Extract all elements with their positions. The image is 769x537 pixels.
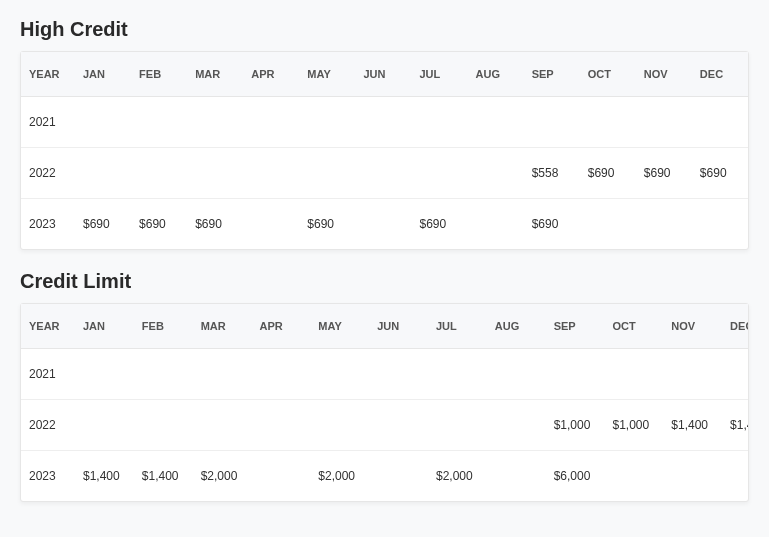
col-oct: OCT — [580, 52, 636, 97]
year-cell: 2023 — [21, 451, 75, 502]
col-jun: JUN — [369, 304, 428, 349]
cell — [369, 400, 428, 451]
cell — [636, 97, 692, 148]
cell — [411, 97, 467, 148]
cell — [243, 97, 299, 148]
cell — [580, 97, 636, 148]
col-nov: NOV — [663, 304, 722, 349]
cell: $2,000 — [193, 451, 252, 502]
cell: $6,000 — [546, 451, 605, 502]
cell — [546, 349, 605, 400]
col-may: MAY — [299, 52, 355, 97]
high-credit-table: YEAR JAN FEB MAR APR MAY JUN JUL AUG SEP… — [20, 51, 749, 250]
cell — [524, 97, 580, 148]
year-cell: 2022 — [21, 400, 75, 451]
col-sep: SEP — [546, 304, 605, 349]
cell — [134, 400, 193, 451]
cell — [251, 349, 310, 400]
col-apr: APR — [243, 52, 299, 97]
table-row: 2023 $690 $690 $690 $690 $690 $690 — [21, 199, 748, 250]
col-may: MAY — [310, 304, 369, 349]
cell — [187, 148, 243, 199]
cell — [355, 199, 411, 250]
col-year: YEAR — [21, 304, 75, 349]
cell — [636, 199, 692, 250]
col-apr: APR — [251, 304, 310, 349]
cell — [692, 199, 748, 250]
cell — [243, 148, 299, 199]
col-mar: MAR — [187, 52, 243, 97]
col-aug: AUG — [487, 304, 546, 349]
cell: $690 — [299, 199, 355, 250]
cell — [193, 400, 252, 451]
col-feb: FEB — [134, 304, 193, 349]
cell: $1,400 — [722, 400, 748, 451]
cell: $558 — [524, 148, 580, 199]
cell: $2,000 — [428, 451, 487, 502]
cell — [663, 349, 722, 400]
col-jan: JAN — [75, 304, 134, 349]
col-sep: SEP — [524, 52, 580, 97]
cell — [428, 349, 487, 400]
section-title-high-credit: High Credit — [20, 18, 749, 41]
cell: $690 — [580, 148, 636, 199]
year-cell: 2023 — [21, 199, 75, 250]
cell: $2,000 — [310, 451, 369, 502]
cell — [369, 349, 428, 400]
cell — [310, 349, 369, 400]
cell: $690 — [524, 199, 580, 250]
cell — [75, 148, 131, 199]
cell — [411, 148, 467, 199]
cell — [187, 97, 243, 148]
cell — [355, 148, 411, 199]
cell: $1,400 — [134, 451, 193, 502]
col-aug: AUG — [468, 52, 524, 97]
col-feb: FEB — [131, 52, 187, 97]
cell — [369, 451, 428, 502]
header-row: YEAR JAN FEB MAR APR MAY JUN JUL AUG SEP… — [21, 304, 748, 349]
cell — [722, 451, 748, 502]
cell: $1,400 — [75, 451, 134, 502]
cell — [692, 97, 748, 148]
cell — [299, 148, 355, 199]
cell — [310, 400, 369, 451]
cell — [468, 148, 524, 199]
cell — [75, 349, 134, 400]
table-row: 2022 $558 $690 $690 $690 — [21, 148, 748, 199]
cell — [243, 199, 299, 250]
cell — [75, 400, 134, 451]
cell — [131, 97, 187, 148]
header-row: YEAR JAN FEB MAR APR MAY JUN JUL AUG SEP… — [21, 52, 748, 97]
cell — [468, 97, 524, 148]
col-jan: JAN — [75, 52, 131, 97]
cell — [75, 97, 131, 148]
cell — [580, 199, 636, 250]
col-dec: DEC — [692, 52, 748, 97]
cell: $690 — [411, 199, 467, 250]
cell: $690 — [75, 199, 131, 250]
cell: $690 — [187, 199, 243, 250]
table-row: 2023 $1,400 $1,400 $2,000 $2,000 $2,000 … — [21, 451, 748, 502]
cell — [604, 349, 663, 400]
year-cell: 2021 — [21, 97, 75, 148]
col-oct: OCT — [604, 304, 663, 349]
col-jun: JUN — [355, 52, 411, 97]
cell — [428, 400, 487, 451]
cell — [193, 349, 252, 400]
col-jul: JUL — [428, 304, 487, 349]
cell — [604, 451, 663, 502]
cell — [663, 451, 722, 502]
col-nov: NOV — [636, 52, 692, 97]
col-dec: DEC — [722, 304, 748, 349]
col-year: YEAR — [21, 52, 75, 97]
credit-limit-scroll[interactable]: YEAR JAN FEB MAR APR MAY JUN JUL AUG SEP… — [21, 304, 748, 501]
cell — [468, 199, 524, 250]
col-mar: MAR — [193, 304, 252, 349]
section-title-credit-limit: Credit Limit — [20, 270, 749, 293]
cell — [134, 349, 193, 400]
credit-limit-table: YEAR JAN FEB MAR APR MAY JUN JUL AUG SEP… — [20, 303, 749, 502]
cell — [299, 97, 355, 148]
table-row: 2021 — [21, 349, 748, 400]
cell: $690 — [131, 199, 187, 250]
cell — [487, 349, 546, 400]
